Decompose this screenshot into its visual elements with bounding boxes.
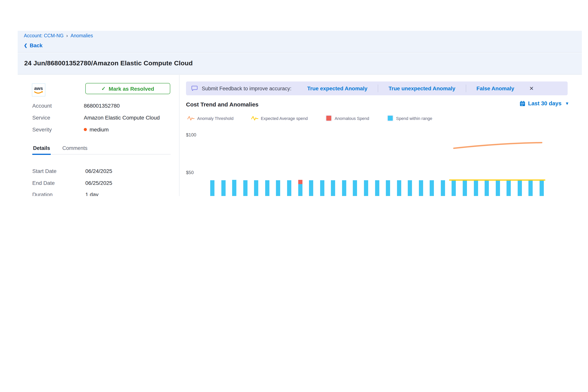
chart-lines <box>186 131 568 196</box>
field-label: Account <box>32 103 84 109</box>
breadcrumb-anomalies-link[interactable]: Anomalies <box>70 33 93 38</box>
feedback-options: True expected AnomalyTrue unexpected Ano… <box>297 84 524 92</box>
legend-item-anomaly-threshold: Anomaly Threshold <box>188 115 234 121</box>
severity-badge: medium <box>84 126 109 132</box>
summary-fields: Account868001352780ServiceAmazon Elastic… <box>32 100 177 135</box>
field-row-duration: Duration1 day <box>32 189 171 196</box>
resolve-button-label: Mark as Resolved <box>109 86 154 92</box>
field-label: End Date <box>32 177 84 189</box>
square-icon <box>387 115 393 122</box>
caret-down-icon: ▼ <box>565 101 569 106</box>
chart-title: Cost Trend and Anomalies <box>186 101 258 108</box>
legend-item-spend-within-range: Spend within range <box>387 115 432 122</box>
breadcrumb-separator-icon: › <box>66 33 68 38</box>
date-range-selector[interactable]: Last 30 days ▼ <box>520 100 569 106</box>
detail-fields: Start Date06/24/2025End Date06/25/2025Du… <box>32 165 171 196</box>
field-value: 06/24/2025 <box>84 165 171 177</box>
legend-label: Anomalous Spend <box>334 116 369 120</box>
pulse-line-icon <box>188 115 194 121</box>
field-value: Amazon Elastic Compute Cloud <box>84 114 160 121</box>
field-row-service: ServiceAmazon Elastic Compute Cloud <box>32 112 177 123</box>
close-icon[interactable]: ✕ <box>529 85 534 92</box>
mark-as-resolved-button[interactable]: ✓ Mark as Resolved <box>85 83 170 94</box>
field-label: Service <box>32 114 84 121</box>
field-row-start-date: Start Date06/24/2025 <box>32 165 171 177</box>
chevron-left-icon: ❮ <box>24 43 27 48</box>
feedback-option-true-expected-anomaly[interactable]: True expected Anomaly <box>297 84 378 92</box>
legend-label: Spend within range <box>396 116 432 120</box>
aws-icon: aws <box>33 85 44 95</box>
tab-details[interactable]: Details <box>32 144 51 154</box>
field-row-account: Account868001352780 <box>32 100 177 112</box>
field-value: 06/25/2025 <box>84 177 171 189</box>
back-label: Back <box>30 42 42 48</box>
anomaly-details-page: Account: CCM-NG › Anomalies ❮ Back 24 Ju… <box>0 0 588 196</box>
anomaly-threshold-line <box>454 142 542 148</box>
legend-label: Expected Average spend <box>261 116 308 120</box>
field-value: 1 day <box>84 189 171 196</box>
legend-item-expected-average-spend: Expected Average spend <box>251 115 308 121</box>
field-label: Severity <box>32 126 84 132</box>
field-row-severity: Severitymedium <box>32 124 177 135</box>
check-icon: ✓ <box>102 86 106 92</box>
field-value: 868001352780 <box>84 103 120 109</box>
title-band: 24 Jun/868001352780/Amazon Elastic Compu… <box>18 53 582 74</box>
svg-text:aws: aws <box>34 86 43 91</box>
field-value: medium <box>90 126 109 132</box>
square-icon <box>325 115 332 122</box>
detail-tabs: Details Comments <box>32 144 171 154</box>
breadcrumb: Account: CCM-NG › Anomalies <box>24 33 93 38</box>
field-label: Start Date <box>32 165 84 177</box>
breadcrumb-account-link[interactable]: Account: CCM-NG <box>24 33 64 38</box>
chart-legend: Anomaly ThresholdExpected Average spendA… <box>188 115 432 122</box>
panel-divider <box>179 75 180 196</box>
page-title: 24 Jun/868001352780/Amazon Elastic Compu… <box>24 60 193 67</box>
feedback-bar: Submit Feedback to improve accuracy: Tru… <box>186 82 568 95</box>
severity-dot-icon <box>84 128 87 131</box>
field-label: Duration <box>32 189 84 196</box>
legend-label: Anomaly Threshold <box>197 116 234 120</box>
pulse-line-icon <box>251 115 258 121</box>
calendar-icon <box>520 100 525 106</box>
feedback-prompt: Submit Feedback to improve accuracy: <box>202 86 292 91</box>
page-header: Account: CCM-NG › Anomalies ❮ Back <box>18 31 582 53</box>
aws-logo: aws <box>32 84 45 96</box>
legend-item-anomalous-spend: Anomalous Spend <box>325 115 369 122</box>
cost-trend-chart: $0$50$1005/265/285/306/16/36/56/76/96/11… <box>186 131 568 196</box>
tab-comments[interactable]: Comments <box>62 144 88 154</box>
feedback-option-false-anomaly[interactable]: False Anomaly <box>466 84 525 92</box>
range-label: Last 30 days <box>528 100 562 106</box>
field-row-end-date: End Date06/25/2025 <box>32 177 171 189</box>
feedback-option-true-unexpected-anomaly[interactable]: True unexpected Anomaly <box>378 84 466 92</box>
chat-bubble-icon <box>192 85 198 92</box>
back-button[interactable]: ❮ Back <box>24 42 42 48</box>
